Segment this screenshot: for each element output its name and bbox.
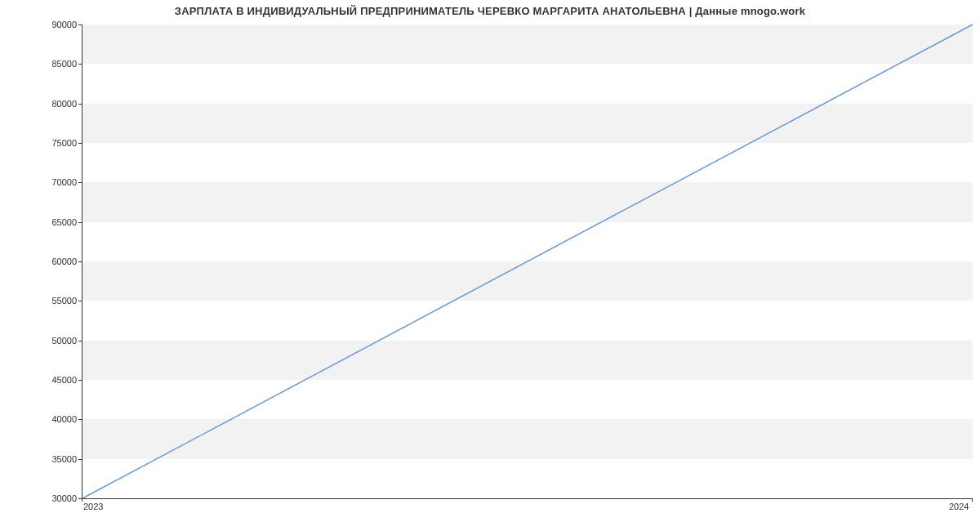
chart-line-svg bbox=[82, 25, 973, 498]
x-tick-mark bbox=[82, 498, 82, 502]
y-tick-mark bbox=[78, 182, 82, 183]
y-tick-mark bbox=[78, 64, 82, 65]
y-tick-label: 30000 bbox=[3, 493, 77, 503]
y-tick-label: 80000 bbox=[3, 99, 77, 109]
chart-container: ЗАРПЛАТА В ИНДИВИДУАЛЬНЫЙ ПРЕДПРИНИМАТЕЛ… bbox=[0, 0, 980, 531]
y-tick-mark bbox=[78, 341, 82, 341]
chart-title: ЗАРПЛАТА В ИНДИВИДУАЛЬНЫЙ ПРЕДПРИНИМАТЕЛ… bbox=[0, 5, 980, 17]
y-tick-label: 35000 bbox=[3, 454, 77, 464]
y-tick-mark bbox=[78, 380, 82, 381]
y-tick-label: 70000 bbox=[3, 177, 77, 187]
x-tick-mark bbox=[972, 498, 973, 502]
y-tick-label: 55000 bbox=[3, 296, 77, 306]
y-tick-label: 50000 bbox=[3, 336, 77, 346]
y-tick-mark bbox=[78, 143, 82, 144]
plot-area bbox=[82, 25, 973, 499]
y-tick-mark bbox=[78, 261, 82, 262]
y-tick-label: 45000 bbox=[3, 375, 77, 385]
y-tick-label: 60000 bbox=[3, 257, 77, 266]
y-tick-mark bbox=[78, 104, 82, 105]
x-tick-label: 2024 bbox=[949, 502, 969, 511]
y-tick-label: 65000 bbox=[3, 217, 77, 227]
y-tick-mark bbox=[78, 459, 82, 460]
y-tick-mark bbox=[78, 301, 82, 301]
y-tick-label: 90000 bbox=[3, 20, 77, 29]
y-tick-label: 75000 bbox=[3, 138, 77, 148]
y-tick-label: 85000 bbox=[3, 59, 77, 69]
y-tick-mark bbox=[78, 222, 82, 223]
data-line bbox=[82, 25, 973, 498]
y-tick-mark bbox=[78, 419, 82, 420]
y-tick-label: 40000 bbox=[3, 414, 77, 424]
y-tick-mark bbox=[78, 25, 82, 25]
x-tick-label: 2023 bbox=[83, 502, 103, 511]
